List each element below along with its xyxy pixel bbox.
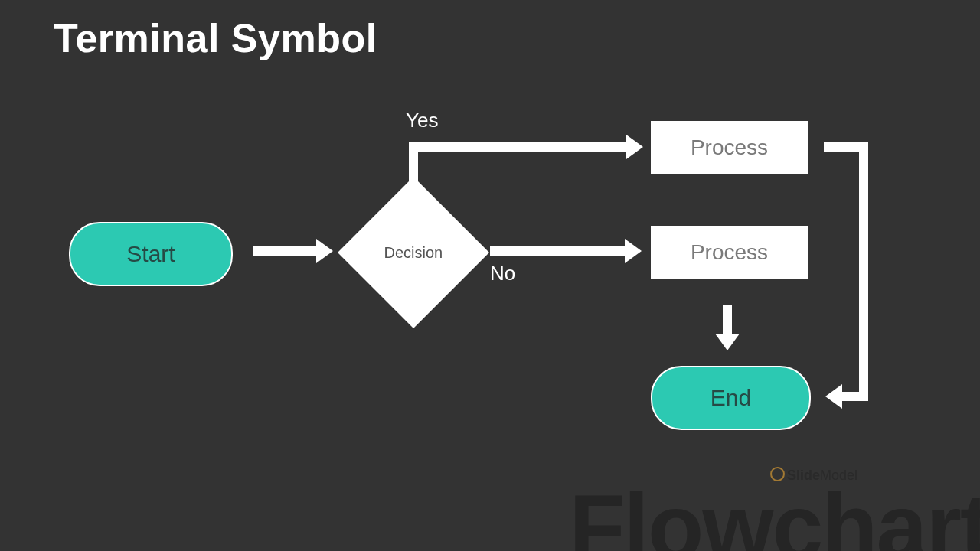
node-end-label: End bbox=[710, 385, 751, 411]
arrow-start-to-decision bbox=[253, 246, 318, 256]
slide-stage: Terminal Symbol Start Decision Yes No Pr… bbox=[0, 0, 980, 551]
watermark-brand-prefix: Slide bbox=[787, 468, 820, 483]
node-process-bottom-label: Process bbox=[691, 240, 768, 265]
node-end: End bbox=[651, 366, 811, 430]
node-process-top: Process bbox=[651, 121, 808, 174]
watermark-ring-icon bbox=[770, 467, 785, 481]
node-process-bottom: Process bbox=[651, 226, 808, 279]
arrow-process-to-end bbox=[723, 305, 732, 335]
label-yes: Yes bbox=[406, 109, 438, 132]
label-no: No bbox=[490, 262, 515, 285]
watermark-brand: SlideModel bbox=[770, 467, 858, 484]
node-decision-label: Decision bbox=[384, 243, 443, 261]
node-start-label: Start bbox=[126, 241, 175, 267]
node-process-top-label: Process bbox=[691, 135, 768, 160]
node-decision: Decision bbox=[338, 177, 489, 328]
watermark-big: Flowchart bbox=[569, 481, 980, 551]
node-start: Start bbox=[69, 222, 233, 286]
slide-title: Terminal Symbol bbox=[54, 15, 377, 61]
arrow-no-to-process bbox=[490, 246, 626, 256]
watermark-brand-suffix: Model bbox=[820, 468, 858, 483]
